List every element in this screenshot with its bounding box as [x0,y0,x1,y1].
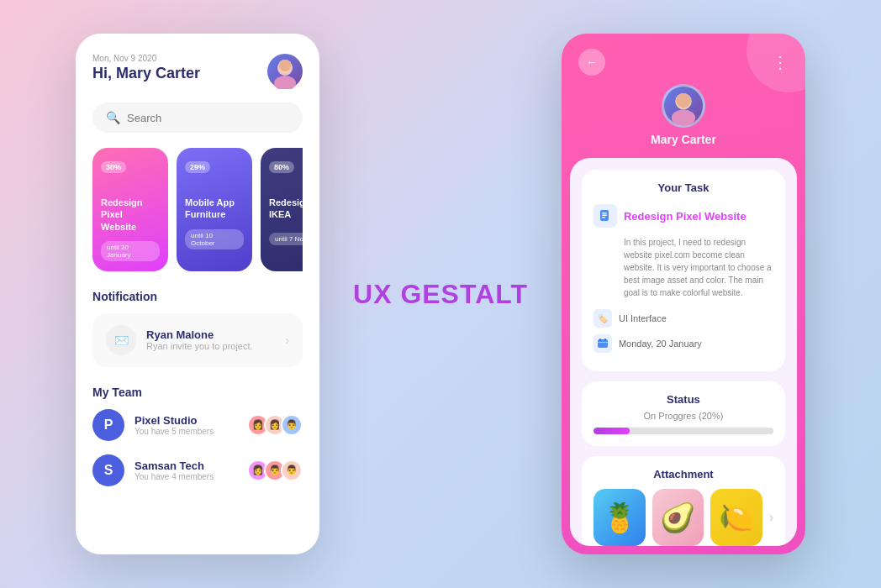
svg-point-3 [279,60,291,71]
team-item-2[interactable]: S Samsan Tech You have 4 members 👩 👨 👨 [92,454,303,486]
project-card-3[interactable]: 80% Redesign IKEA until 7 Nov [261,148,303,271]
attachment-avocado[interactable]: 🥑 [652,489,704,546]
task-card: Your Task Redesign Pixel Website In this… [582,170,785,371]
team-left-2: S Samsan Tech You have 4 members [92,454,214,486]
team-icon-2: S [92,454,124,486]
team-avatars-1: 👩 👩 👨 [252,414,303,436]
project-card-2[interactable]: 29% Mobile App Furniture until 10 Octobe… [177,148,252,271]
team-avatar-c: 👨 [281,414,303,436]
search-input[interactable] [127,112,289,124]
my-team-section-label: My Team [92,386,303,399]
main-container: Mon, Nov 9 2020 Hi, Mary Carter 🔍 30% Re… [0,0,881,588]
date-label: Mon, Nov 9 2020 [92,54,200,63]
search-icon: 🔍 [106,111,120,124]
task-description: In this project, I need to redesign webs… [593,236,773,299]
svg-rect-11 [598,339,608,348]
task-tag-row: 🏷️ UI Interface [593,309,773,328]
status-label: On Proggres (20%) [593,411,773,421]
progress-bar-fill [593,428,630,434]
attachment-lemon[interactable]: 🍋 [710,489,762,546]
attachment-next-arrow[interactable]: › [769,510,773,525]
notification-left: ✉️ Ryan Malone Ryan invite you to projec… [106,325,253,355]
notification-card[interactable]: ✉️ Ryan Malone Ryan invite you to projec… [92,313,303,367]
phone-right: ← ⋮ Mary Carter Your Task [562,34,805,554]
task-tag-icon: 🏷️ [593,309,612,328]
progress-bar-background [593,428,773,434]
profile-section: Mary Carter [562,84,805,158]
search-bar[interactable]: 🔍 [92,102,303,133]
team-avatar-f: 👨 [281,459,303,481]
percent-badge-3: 80% [269,161,294,173]
profile-avatar [662,84,705,128]
team-info-1: Pixel Studio You have 5 members [135,414,214,436]
attachment-images: 🍍 🥑 🍋 › [593,489,773,546]
team-avatars-2: 👩 👨 👨 [252,459,303,481]
team-name-2: Samsan Tech [135,459,214,472]
status-header: Status [593,393,773,406]
profile-name: Mary Carter [651,133,716,146]
svg-point-1 [274,76,296,89]
status-card: Status On Proggres (20%) [582,381,785,446]
notification-info: Ryan Malone Ryan invite you to project. [146,328,253,351]
chevron-right-icon: › [285,333,289,347]
three-dots-button[interactable]: ⋮ [772,52,789,72]
team-members-1: You have 5 members [135,427,214,436]
until-badge-1: until 20 January [101,241,160,261]
task-date-icon [593,334,612,353]
mail-icon: ✉️ [106,325,136,355]
back-button[interactable]: ← [578,49,605,76]
avatar [267,54,303,89]
svg-point-5 [672,109,695,125]
team-info-2: Samsan Tech You have 4 members [135,459,214,481]
team-name-1: Pixel Studio [135,414,214,427]
notif-name: Ryan Malone [146,328,253,341]
task-tag-text: UI Interface [619,313,667,323]
svg-rect-13 [599,339,601,341]
phone-header-text: Mon, Nov 9 2020 Hi, Mary Carter [92,54,200,82]
task-section-header: Your Task [593,181,773,194]
attachment-card: Attachment 🍍 🥑 🍋 › [582,456,785,546]
project-title-2: Mobile App Furniture [185,197,244,221]
percent-badge-1: 30% [101,161,126,173]
project-cards: 30% Redesign Pixel Website until 20 Janu… [92,148,303,271]
project-card-1[interactable]: 30% Redesign Pixel Website until 20 Janu… [92,148,168,271]
until-badge-3: until 7 Nov [269,233,303,245]
project-title-1: Redesign Pixel Website [101,197,160,233]
until-badge-2: until 10 October [185,229,244,249]
notification-section-label: Notification [92,290,303,303]
svg-rect-14 [604,339,606,341]
phone-header: Mon, Nov 9 2020 Hi, Mary Carter [92,54,303,89]
percent-badge-2: 29% [185,161,210,173]
svg-point-6 [676,93,691,108]
center-label: UX GESTALT [353,279,528,310]
svg-rect-8 [602,213,607,214]
phone-right-header: ← ⋮ [562,34,805,84]
attachment-pineapple[interactable]: 🍍 [593,489,646,546]
task-date-row: Monday, 20 January [593,334,773,353]
ux-gestalt-title: UX GESTALT [353,279,528,310]
team-left-1: P Pixel Studio You have 5 members [92,409,214,441]
greeting-label: Hi, Mary Carter [92,65,200,82]
team-item-1[interactable]: P Pixel Studio You have 5 members 👩 👩 👨 [92,409,303,441]
team-members-2: You have 4 members [135,472,214,481]
task-date-text: Monday, 20 January [619,339,702,349]
right-content: Your Task Redesign Pixel Website In this… [570,158,797,546]
task-doc-icon [593,204,617,228]
svg-rect-12 [598,342,608,343]
project-title-3: Redesign IKEA [269,197,303,221]
svg-rect-9 [602,215,607,217]
phone-left: Mon, Nov 9 2020 Hi, Mary Carter 🔍 30% Re… [76,34,319,554]
task-title-row: Redesign Pixel Website [593,204,773,228]
notif-desc: Ryan invite you to project. [146,341,253,351]
team-icon-1: P [92,409,124,441]
svg-rect-10 [602,217,605,218]
attachment-header: Attachment [593,468,773,480]
task-title: Redesign Pixel Website [624,210,746,223]
